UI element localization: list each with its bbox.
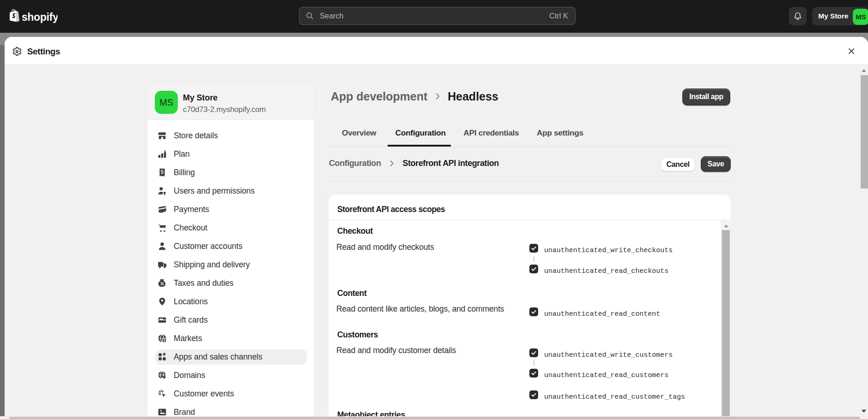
- svg-text:$: $: [163, 338, 165, 342]
- svg-text:shopify: shopify: [22, 11, 58, 23]
